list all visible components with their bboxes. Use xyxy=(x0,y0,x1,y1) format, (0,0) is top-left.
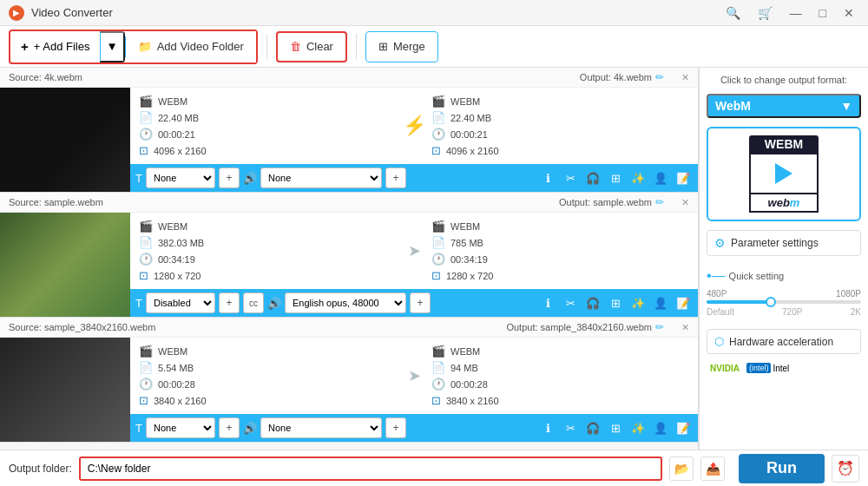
folder-icon: 📁 xyxy=(138,40,152,53)
file-details: 🎬 WEBM 📄 5.54 MB 🕐 00:00:28 ⊡ xyxy=(130,338,698,414)
output-path-input[interactable] xyxy=(79,456,662,481)
audio-speaker-icon: 🔊 xyxy=(243,422,257,435)
watermark-icon[interactable]: 👤 xyxy=(651,418,670,437)
minimize-button[interactable]: — xyxy=(785,4,807,22)
close-button[interactable]: ✕ xyxy=(838,4,859,22)
subtitle-select[interactable]: Disabled xyxy=(146,292,215,313)
add-icon: + xyxy=(21,39,29,54)
timer-button[interactable]: ⏰ xyxy=(832,455,859,483)
edit-icon[interactable]: ✏ xyxy=(655,321,664,333)
output-duration-row: 🕐 00:34:19 xyxy=(431,253,689,266)
intel-logo-group: (intel) Intel xyxy=(746,363,789,373)
file-list: Source: 4k.webm Output: 4k.webm ✏ ✕ 🎬 WE… xyxy=(0,68,699,450)
watermark-icon[interactable]: 👤 xyxy=(651,293,670,312)
file-info: 🎬 WEBM 📄 22.40 MB 🕐 00:00:21 ⊡ xyxy=(130,88,698,192)
format-name: WebM xyxy=(715,99,751,113)
format-dropdown-button[interactable]: WebM ▼ xyxy=(707,94,861,118)
search-button[interactable]: 🔍 xyxy=(720,4,746,22)
close-file-icon[interactable]: ✕ xyxy=(681,322,689,333)
settings-icon: ⚙ xyxy=(714,236,726,250)
file-size-icon: 📄 xyxy=(139,236,153,249)
quick-setting-dot: •— xyxy=(707,268,726,284)
add-folder-label: Add Video Folder xyxy=(157,40,244,53)
output-size-row: 📄 785 MB xyxy=(431,236,689,249)
output-resolution-row: ⊡ 1280 x 720 xyxy=(431,269,689,282)
maximize-button[interactable]: □ xyxy=(814,4,832,22)
add-subtitle-button[interactable]: + xyxy=(219,417,240,438)
close-file-icon[interactable]: ✕ xyxy=(681,72,689,83)
merge-icon: ⊞ xyxy=(378,40,388,53)
clear-label: Clear xyxy=(306,40,333,53)
slider-thumb[interactable] xyxy=(766,297,776,307)
add-audio-button[interactable]: + xyxy=(385,417,406,438)
run-button[interactable]: Run xyxy=(739,454,825,483)
gpu-logos: NVIDIA (intel) Intel xyxy=(707,363,861,373)
hardware-acceleration-button[interactable]: ⬡ Hardware acceleration xyxy=(707,329,861,354)
effect-icon[interactable]: ✨ xyxy=(628,168,648,187)
slider-label-1080p: 1080P xyxy=(836,289,861,299)
info-icon[interactable]: ℹ xyxy=(538,418,557,437)
subtitle-overlay-icon[interactable]: 📝 xyxy=(674,293,693,312)
source-format-row: 🎬 WEBM xyxy=(139,95,397,108)
subtitle-overlay-icon[interactable]: 📝 xyxy=(674,418,693,437)
cut-icon[interactable]: ✂ xyxy=(561,418,580,437)
watermark-icon[interactable]: 👤 xyxy=(651,168,670,187)
source-size: 22.40 MB xyxy=(158,113,199,123)
app-icon: ▶ xyxy=(9,5,24,21)
subtitle-select[interactable]: None xyxy=(146,417,215,438)
merge-button[interactable]: ⊞ Merge xyxy=(365,31,438,62)
audio-select[interactable]: English opus, 48000 xyxy=(285,292,406,313)
add-subtitle-button[interactable]: + xyxy=(219,292,240,313)
source-info: 🎬 WEBM 📄 5.54 MB 🕐 00:00:28 ⊡ xyxy=(139,345,397,407)
effect-icon[interactable]: ✨ xyxy=(628,293,648,312)
webm-logo: WEBM webm xyxy=(749,135,819,213)
close-file-icon[interactable]: ✕ xyxy=(681,197,689,208)
file-toolbar: T None + 🔊 None + ℹ ✂ 🎧 ⊞ ✨ xyxy=(130,414,698,442)
source-size: 382.03 MB xyxy=(158,238,204,248)
crop-icon[interactable]: ⊞ xyxy=(606,293,625,312)
add-video-folder-button[interactable]: 📁 Add Video Folder xyxy=(126,31,256,62)
clear-button[interactable]: 🗑 Clear xyxy=(276,31,347,62)
cut-icon[interactable]: ✂ xyxy=(561,168,580,187)
slider-label-480p: 480P xyxy=(707,289,727,299)
format-chevron-icon: ▼ xyxy=(840,99,852,113)
open-folder-button[interactable]: 📤 xyxy=(700,456,725,481)
export-icon: 📤 xyxy=(706,462,720,476)
edit-icon[interactable]: ✏ xyxy=(655,196,664,208)
output-label: Output: 4k.webm xyxy=(580,72,652,82)
audio-edit-icon[interactable]: 🎧 xyxy=(583,168,602,187)
add-audio-button[interactable]: + xyxy=(385,167,406,188)
source-format: WEBM xyxy=(158,346,187,357)
parameter-settings-button[interactable]: ⚙ Parameter settings xyxy=(707,230,861,256)
subtitle-edit-button[interactable]: cc xyxy=(243,292,264,313)
quality-slider-track[interactable] xyxy=(707,300,861,304)
cut-icon[interactable]: ✂ xyxy=(561,293,580,312)
add-subtitle-button[interactable]: + xyxy=(219,167,240,188)
crop-icon[interactable]: ⊞ xyxy=(606,168,625,187)
file-size-icon: 📄 xyxy=(139,361,153,374)
effect-icon[interactable]: ✨ xyxy=(628,418,648,437)
add-files-dropdown[interactable]: ▼ xyxy=(100,31,124,62)
cart-button[interactable]: 🛒 xyxy=(753,4,778,22)
info-icon[interactable]: ℹ xyxy=(538,293,557,312)
webm-top-text: WEBM xyxy=(749,135,819,153)
nvidia-logo: NVIDIA xyxy=(710,364,740,373)
audio-edit-icon[interactable]: 🎧 xyxy=(583,418,602,437)
add-audio-button[interactable]: + xyxy=(410,292,431,313)
crop-icon[interactable]: ⊞ xyxy=(606,418,625,437)
subtitle-select[interactable]: None xyxy=(146,167,215,188)
file-details: 🎬 WEBM 📄 382.03 MB 🕐 00:34:19 ⊡ xyxy=(130,213,698,289)
output-format: WEBM xyxy=(450,96,480,107)
edit-icon[interactable]: ✏ xyxy=(655,71,664,83)
browse-folder-button[interactable]: 📂 xyxy=(669,456,694,481)
audio-edit-icon[interactable]: 🎧 xyxy=(583,293,602,312)
add-files-button[interactable]: + + Add Files xyxy=(10,31,100,62)
info-icon[interactable]: ℹ xyxy=(538,168,557,187)
audio-select[interactable]: None xyxy=(260,167,382,188)
audio-select[interactable]: None xyxy=(260,417,382,438)
file-header: Source: sample.webm Output: sample.webm … xyxy=(0,193,698,213)
mark-default: Default xyxy=(707,307,734,317)
subtitle-overlay-icon[interactable]: 📝 xyxy=(674,168,693,187)
mark-2k: 2K xyxy=(851,307,861,317)
audio-speaker-icon: 🔊 xyxy=(267,297,281,310)
